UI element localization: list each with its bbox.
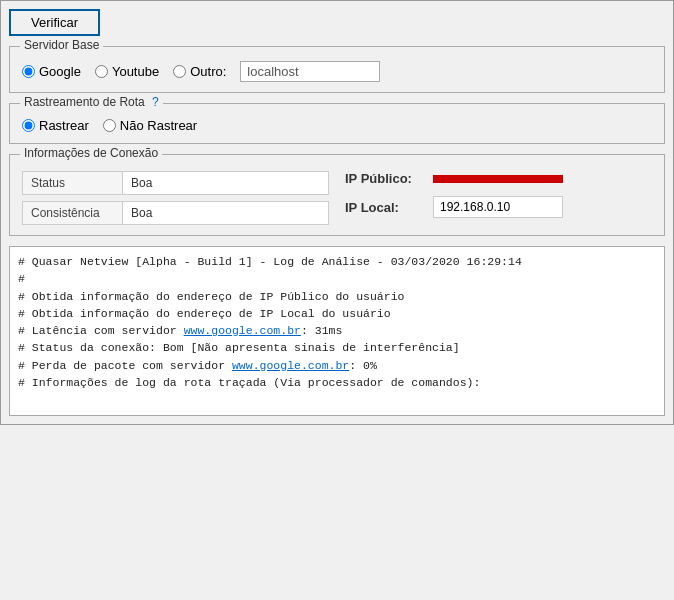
rastreamento-group: Rastreamento de Rota ? Rastrear Não Rast… — [9, 103, 665, 144]
ip-publico-value — [433, 175, 563, 183]
radio-outro[interactable]: Outro: — [173, 64, 226, 79]
ip-local-row: IP Local: 192.168.0.10 — [345, 196, 652, 218]
log-line-3: # Obtida informação do endereço de IP Lo… — [18, 305, 656, 322]
outro-input[interactable] — [240, 61, 380, 82]
consistencia-label: Consistência — [23, 202, 123, 224]
toolbar: Verificar — [9, 9, 665, 36]
log-line-6: # Perda de pacote com servidor www.googl… — [18, 357, 656, 374]
ip-publico-row: IP Público: — [345, 171, 652, 186]
conexao-group: Informações de Conexão Status Boa Consis… — [9, 154, 665, 236]
servidor-base-title: Servidor Base — [20, 38, 103, 52]
servidor-base-group: Servidor Base Google Youtube Outro: — [9, 46, 665, 93]
ip-publico-label: IP Público: — [345, 171, 425, 186]
status-row: Status Boa — [22, 171, 329, 195]
radio-google-input[interactable] — [22, 65, 35, 78]
radio-nao-rastrear-label: Não Rastrear — [120, 118, 197, 133]
servidor-base-options: Google Youtube Outro: — [22, 61, 652, 82]
radio-nao-rastrear[interactable]: Não Rastrear — [103, 118, 197, 133]
conexao-title: Informações de Conexão — [20, 146, 162, 160]
main-window: Verificar Servidor Base Google Youtube O… — [0, 0, 674, 425]
rastreamento-options: Rastrear Não Rastrear — [22, 118, 652, 133]
radio-youtube[interactable]: Youtube — [95, 64, 159, 79]
log-link-2[interactable]: www.google.com.br — [232, 359, 349, 372]
radio-rastrear-input[interactable] — [22, 119, 35, 132]
consistencia-row: Consistência Boa — [22, 201, 329, 225]
log-line-2: # Obtida informação do endereço de IP Pú… — [18, 288, 656, 305]
log-area: # Quasar Netview [Alpha - Build 1] - Log… — [9, 246, 665, 416]
ip-local-value: 192.168.0.10 — [433, 196, 563, 218]
log-line-7: # Informações de log da rota traçada (Vi… — [18, 374, 656, 391]
log-line-1: # — [18, 270, 656, 287]
radio-google[interactable]: Google — [22, 64, 81, 79]
consistencia-value: Boa — [123, 202, 328, 224]
rastreamento-title: Rastreamento de Rota ? — [20, 95, 163, 109]
radio-nao-rastrear-input[interactable] — [103, 119, 116, 132]
left-col: Status Boa Consistência Boa — [22, 171, 329, 225]
ip-local-label: IP Local: — [345, 200, 425, 215]
log-line-5: # Status da conexão: Bom [Não apresenta … — [18, 339, 656, 356]
help-link[interactable]: ? — [152, 95, 159, 109]
log-line-4: # Latência com servidor www.google.com.b… — [18, 322, 656, 339]
radio-google-label: Google — [39, 64, 81, 79]
radio-rastrear[interactable]: Rastrear — [22, 118, 89, 133]
radio-youtube-label: Youtube — [112, 64, 159, 79]
status-label: Status — [23, 172, 123, 194]
verificar-button[interactable]: Verificar — [9, 9, 100, 36]
status-value: Boa — [123, 172, 328, 194]
right-col: IP Público: IP Local: 192.168.0.10 — [345, 171, 652, 225]
log-line-0: # Quasar Netview [Alpha - Build 1] - Log… — [18, 253, 656, 270]
radio-youtube-input[interactable] — [95, 65, 108, 78]
radio-rastrear-label: Rastrear — [39, 118, 89, 133]
connection-grid: Status Boa Consistência Boa IP Público: … — [22, 171, 652, 225]
log-link-1[interactable]: www.google.com.br — [184, 324, 301, 337]
radio-outro-input[interactable] — [173, 65, 186, 78]
radio-outro-label: Outro: — [190, 64, 226, 79]
